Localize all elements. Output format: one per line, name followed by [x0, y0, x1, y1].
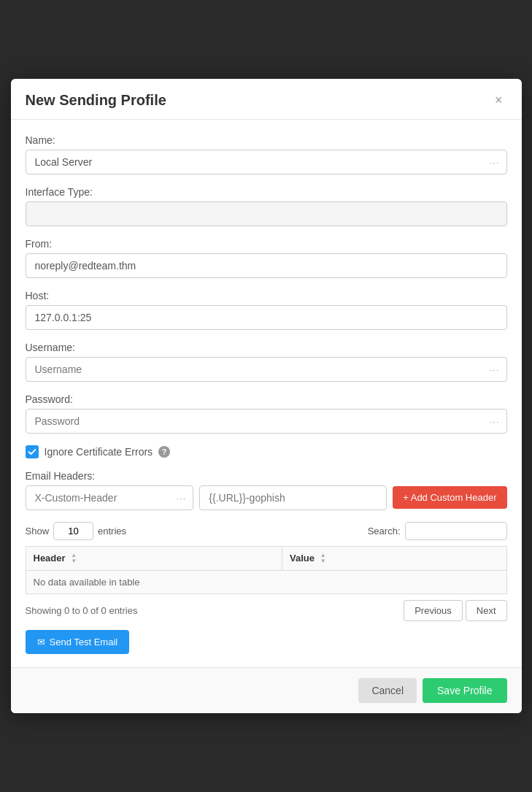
from-group: From:: [26, 238, 507, 278]
showing-text: Showing 0 to 0 of 0 entries: [26, 605, 138, 616]
modal-body: Name: ··· Interface Type: SMTP From: Hos…: [11, 120, 522, 668]
interface-type-label: Interface Type:: [26, 186, 507, 198]
name-input[interactable]: [26, 150, 507, 174]
modal-title: New Sending Profile: [26, 92, 166, 109]
name-label: Name:: [26, 134, 507, 146]
password-input[interactable]: [26, 409, 507, 434]
host-input[interactable]: [26, 305, 507, 330]
header-sort-arrows: ▲ ▼: [71, 553, 77, 564]
search-row: Search:: [368, 522, 507, 540]
username-input[interactable]: [26, 357, 507, 382]
table-header-row: Header ▲ ▼ Value ▲ ▼: [26, 546, 506, 571]
header-key-icon: ···: [177, 492, 187, 503]
username-group: Username: ···: [26, 342, 507, 382]
ignore-cert-row: Ignore Certificate Errors ?: [26, 445, 507, 458]
close-button[interactable]: ×: [490, 92, 507, 108]
show-entries: Show entries: [26, 522, 127, 540]
previous-button[interactable]: Previous: [404, 600, 463, 621]
help-icon[interactable]: ?: [158, 446, 170, 458]
name-field-icon: ···: [490, 156, 500, 167]
modal-header: New Sending Profile ×: [11, 79, 522, 120]
add-custom-header-button[interactable]: + Add Custom Header: [393, 486, 506, 509]
host-group: Host:: [26, 290, 507, 330]
value-sort-down: ▼: [320, 558, 326, 564]
email-headers-inputs: ··· + Add Custom Header: [26, 485, 507, 510]
search-label: Search:: [368, 526, 401, 537]
host-label: Host:: [26, 290, 507, 301]
password-field-wrapper: ···: [26, 409, 507, 434]
from-label: From:: [26, 238, 507, 250]
password-label: Password:: [26, 393, 507, 405]
headers-table: Header ▲ ▼ Value ▲ ▼: [26, 546, 507, 595]
password-field-icon: ···: [490, 415, 500, 426]
save-profile-button[interactable]: Save Profile: [423, 678, 506, 703]
sort-down-arrow: ▼: [71, 558, 77, 564]
sending-profile-modal: New Sending Profile × Name: ··· Interfac…: [11, 79, 522, 714]
username-label: Username:: [26, 342, 507, 353]
ignore-cert-checkbox[interactable]: [26, 445, 39, 458]
header-column-header[interactable]: Header ▲ ▼: [26, 546, 282, 571]
modal-footer: Cancel Save Profile: [11, 667, 522, 713]
entries-input[interactable]: [53, 522, 93, 540]
username-field-wrapper: ···: [26, 357, 507, 382]
envelope-icon: ✉: [37, 637, 45, 647]
no-data-row: No data available in table: [26, 571, 506, 594]
password-group: Password: ···: [26, 393, 507, 434]
cancel-button[interactable]: Cancel: [358, 678, 417, 703]
from-input[interactable]: [26, 253, 507, 278]
header-key-wrapper: ···: [26, 485, 194, 510]
table-footer: Showing 0 to 0 of 0 entries Previous Nex…: [26, 600, 507, 621]
username-field-icon: ···: [490, 364, 500, 374]
value-sort-arrows: ▲ ▼: [320, 553, 326, 564]
table-controls: Show entries Search:: [26, 522, 507, 540]
pagination: Previous Next: [404, 600, 506, 621]
interface-type-group: Interface Type: SMTP: [26, 186, 507, 226]
email-headers-group: Email Headers: ··· + Add Custom Header: [26, 470, 507, 510]
search-input[interactable]: [405, 522, 507, 540]
send-test-email-button[interactable]: ✉ Send Test Email: [26, 630, 130, 654]
name-field-wrapper: ···: [26, 150, 507, 174]
entries-label: entries: [98, 526, 126, 537]
email-headers-label: Email Headers:: [26, 470, 507, 482]
name-group: Name: ···: [26, 134, 507, 174]
send-test-label: Send Test Email: [50, 637, 118, 647]
value-column-header[interactable]: Value ▲ ▼: [282, 546, 506, 571]
no-data-cell: No data available in table: [26, 571, 506, 594]
ignore-cert-label: Ignore Certificate Errors: [45, 446, 153, 458]
header-key-input[interactable]: [26, 485, 194, 510]
next-button[interactable]: Next: [466, 600, 507, 621]
interface-type-input: SMTP: [26, 201, 507, 226]
show-label: Show: [26, 526, 50, 537]
header-value-input[interactable]: [199, 485, 387, 510]
